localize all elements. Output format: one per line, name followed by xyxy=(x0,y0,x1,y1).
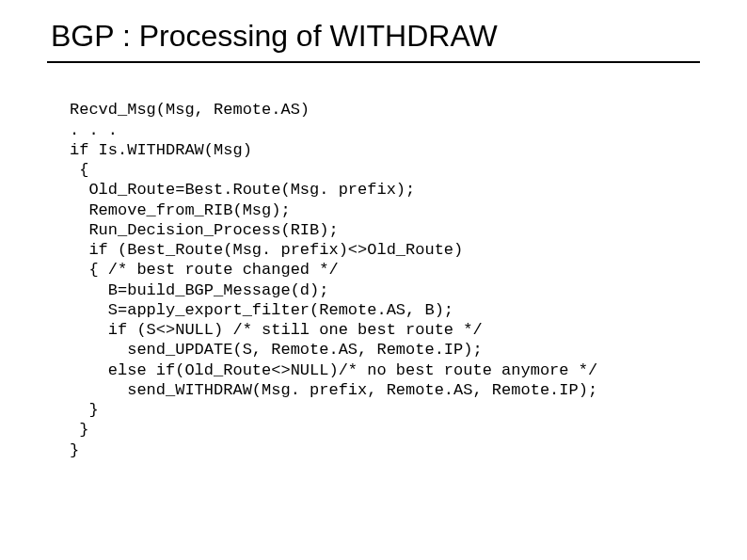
title-divider xyxy=(47,61,700,63)
code-line: Recvd_Msg(Msg, Remote.AS) xyxy=(70,101,310,119)
code-line: else if(Old_Route<>NULL)/* no best route… xyxy=(70,361,597,379)
code-line: } xyxy=(70,401,99,419)
code-line: } xyxy=(70,421,88,439)
code-line: { xyxy=(70,161,88,179)
slide-title: BGP : Processing of WITHDRAW xyxy=(51,19,700,54)
code-line: { /* best route changed */ xyxy=(70,261,339,279)
code-line: } xyxy=(70,441,79,459)
code-line: if Is.WITHDRAW(Msg) xyxy=(70,141,252,159)
code-line: send_UPDATE(S, Remote.AS, Remote.IP); xyxy=(70,341,483,359)
code-line: B=build_BGP_Message(d); xyxy=(70,281,328,299)
code-line: Old_Route=Best.Route(Msg. prefix); xyxy=(70,181,415,199)
code-line: S=apply_export_filter(Remote.AS, B); xyxy=(70,301,453,319)
code-line: . . . xyxy=(70,121,118,139)
code-line: Remove_from_RIB(Msg); xyxy=(70,201,291,219)
code-line: if (Best_Route(Msg. prefix)<>Old_Route) xyxy=(70,241,463,259)
slide-container: BGP : Processing of WITHDRAW Recvd_Msg(M… xyxy=(0,0,747,499)
code-line: send_WITHDRAW(Msg. prefix, Remote.AS, Re… xyxy=(70,381,597,399)
code-block: Recvd_Msg(Msg, Remote.AS) . . . if Is.WI… xyxy=(70,80,700,480)
code-line: if (S<>NULL) /* still one best route */ xyxy=(70,321,483,339)
code-line: Run_Decision_Process(RIB); xyxy=(70,221,339,239)
